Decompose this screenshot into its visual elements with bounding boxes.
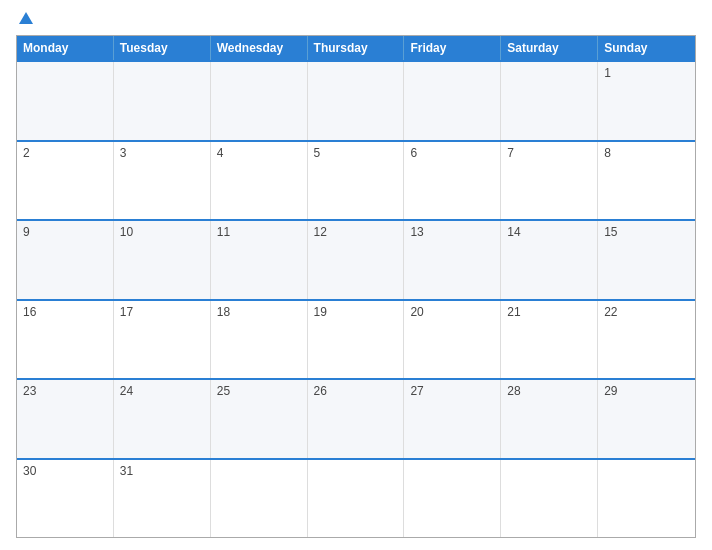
header-thursday: Thursday	[308, 36, 405, 60]
header-monday: Monday	[17, 36, 114, 60]
header-friday: Friday	[404, 36, 501, 60]
day-number: 8	[604, 146, 689, 160]
week-row-3: 9101112131415	[17, 219, 695, 299]
day-cell: 2	[17, 142, 114, 220]
day-cell: 5	[308, 142, 405, 220]
day-number: 31	[120, 464, 204, 478]
day-cell: 3	[114, 142, 211, 220]
day-cell	[308, 62, 405, 140]
day-cell: 24	[114, 380, 211, 458]
day-headers-row: Monday Tuesday Wednesday Thursday Friday…	[17, 36, 695, 60]
day-cell: 12	[308, 221, 405, 299]
day-number: 18	[217, 305, 301, 319]
day-cell: 11	[211, 221, 308, 299]
day-number: 5	[314, 146, 398, 160]
day-cell: 10	[114, 221, 211, 299]
day-cell: 31	[114, 460, 211, 538]
day-cell: 19	[308, 301, 405, 379]
day-cell: 4	[211, 142, 308, 220]
day-cell	[17, 62, 114, 140]
day-number: 14	[507, 225, 591, 239]
day-number: 16	[23, 305, 107, 319]
weeks-container: 1234567891011121314151617181920212223242…	[17, 60, 695, 537]
day-cell: 21	[501, 301, 598, 379]
day-number: 24	[120, 384, 204, 398]
day-number: 10	[120, 225, 204, 239]
day-number: 7	[507, 146, 591, 160]
day-cell: 27	[404, 380, 501, 458]
day-cell	[404, 460, 501, 538]
week-row-6: 3031	[17, 458, 695, 538]
calendar-header	[16, 12, 696, 25]
day-number: 23	[23, 384, 107, 398]
calendar-grid: Monday Tuesday Wednesday Thursday Friday…	[16, 35, 696, 538]
day-number: 26	[314, 384, 398, 398]
day-cell: 28	[501, 380, 598, 458]
header-wednesday: Wednesday	[211, 36, 308, 60]
day-cell: 6	[404, 142, 501, 220]
day-number: 12	[314, 225, 398, 239]
day-cell	[404, 62, 501, 140]
day-cell: 16	[17, 301, 114, 379]
day-cell: 8	[598, 142, 695, 220]
day-cell: 7	[501, 142, 598, 220]
calendar-container: Monday Tuesday Wednesday Thursday Friday…	[0, 0, 712, 550]
day-cell: 20	[404, 301, 501, 379]
day-cell: 18	[211, 301, 308, 379]
day-number: 25	[217, 384, 301, 398]
week-row-5: 23242526272829	[17, 378, 695, 458]
day-number: 15	[604, 225, 689, 239]
day-number: 21	[507, 305, 591, 319]
day-cell: 9	[17, 221, 114, 299]
day-cell	[501, 460, 598, 538]
day-cell: 15	[598, 221, 695, 299]
day-cell: 29	[598, 380, 695, 458]
day-number: 2	[23, 146, 107, 160]
day-cell	[501, 62, 598, 140]
day-number: 27	[410, 384, 494, 398]
day-cell	[211, 460, 308, 538]
day-number: 4	[217, 146, 301, 160]
day-cell: 30	[17, 460, 114, 538]
day-number: 13	[410, 225, 494, 239]
day-number: 3	[120, 146, 204, 160]
day-cell: 1	[598, 62, 695, 140]
day-cell: 23	[17, 380, 114, 458]
day-number: 29	[604, 384, 689, 398]
day-cell	[598, 460, 695, 538]
day-number: 22	[604, 305, 689, 319]
logo-triangle-icon	[19, 12, 33, 24]
day-cell: 13	[404, 221, 501, 299]
logo	[16, 12, 33, 25]
day-cell: 22	[598, 301, 695, 379]
week-row-1: 1	[17, 60, 695, 140]
header-saturday: Saturday	[501, 36, 598, 60]
day-number: 19	[314, 305, 398, 319]
day-cell	[211, 62, 308, 140]
week-row-2: 2345678	[17, 140, 695, 220]
day-cell	[308, 460, 405, 538]
day-cell: 14	[501, 221, 598, 299]
day-number: 1	[604, 66, 689, 80]
day-number: 28	[507, 384, 591, 398]
day-number: 6	[410, 146, 494, 160]
day-cell: 26	[308, 380, 405, 458]
logo-blue-row	[16, 12, 33, 25]
day-number: 20	[410, 305, 494, 319]
day-number: 30	[23, 464, 107, 478]
day-cell: 25	[211, 380, 308, 458]
header-sunday: Sunday	[598, 36, 695, 60]
week-row-4: 16171819202122	[17, 299, 695, 379]
header-tuesday: Tuesday	[114, 36, 211, 60]
day-number: 9	[23, 225, 107, 239]
day-cell	[114, 62, 211, 140]
day-number: 17	[120, 305, 204, 319]
day-number: 11	[217, 225, 301, 239]
day-cell: 17	[114, 301, 211, 379]
